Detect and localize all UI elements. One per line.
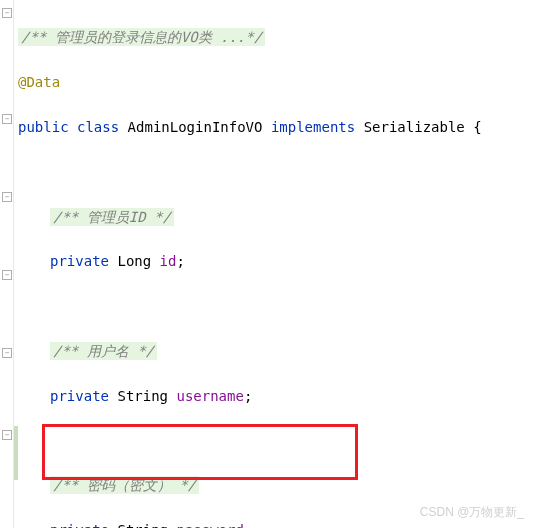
brace-open: { xyxy=(473,119,481,135)
semicolon: ; xyxy=(244,388,252,404)
class-doc-comment: /** 管理员的登录信息的VO类 ...*/ xyxy=(18,28,265,46)
kw-private: private xyxy=(50,388,109,404)
semicolon: ; xyxy=(176,253,184,269)
type-long: Long xyxy=(117,253,151,269)
type-string: String xyxy=(117,388,168,404)
id-doc-comment: /** 管理员ID */ xyxy=(50,208,174,226)
kw-implements: implements xyxy=(271,119,355,135)
kw-private: private xyxy=(50,522,109,528)
semicolon: ; xyxy=(244,522,252,528)
kw-public: public xyxy=(18,119,69,135)
watermark: CSDN @万物更新_ xyxy=(420,503,524,522)
annotation-data: @Data xyxy=(18,74,60,90)
class-name: AdminLoginInfoVO xyxy=(128,119,263,135)
kw-private: private xyxy=(50,253,109,269)
field-password: password xyxy=(176,522,243,528)
kw-class: class xyxy=(77,119,119,135)
password-doc-comment: /** 密码（密文） */ xyxy=(50,476,199,494)
field-id: id xyxy=(160,253,177,269)
code-editor[interactable]: /** 管理员的登录信息的VO类 ...*/ @Data public clas… xyxy=(0,0,534,528)
field-username: username xyxy=(176,388,243,404)
username-doc-comment: /** 用户名 */ xyxy=(50,342,157,360)
interface-name: Serializable xyxy=(364,119,465,135)
type-string: String xyxy=(117,522,168,528)
